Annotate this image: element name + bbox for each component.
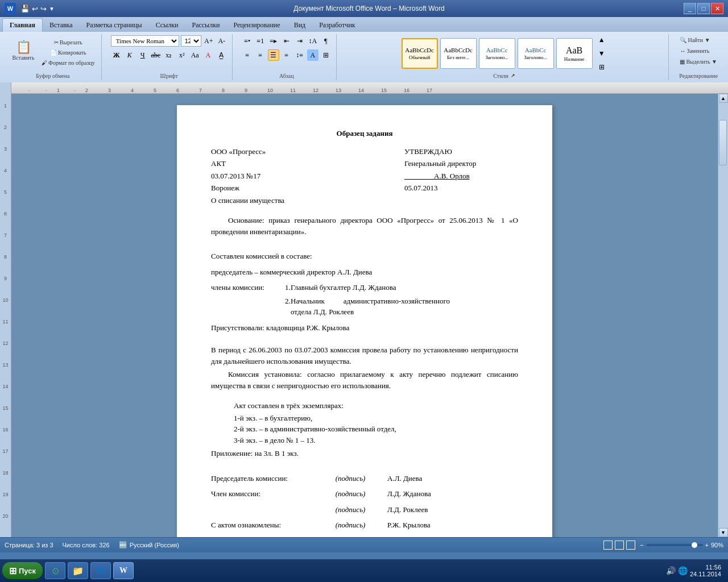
tab-home[interactable]: Главная [2, 18, 43, 32]
quick-undo[interactable]: ↩ [32, 5, 38, 13]
align-justify-button[interactable]: ☰ [268, 49, 279, 61]
tab-insert[interactable]: Вставка [43, 19, 80, 32]
view-layout-button[interactable] [615, 541, 624, 550]
replace-button[interactable]: ↔ Заменить [678, 46, 711, 55]
multilevel-button[interactable]: ≡▸ [268, 35, 279, 47]
page-status: Страница: 3 из 3 [5, 542, 53, 548]
system-tray: 🔊 🌐 11:56 24.11.2014 [666, 564, 726, 577]
status-right: − + 90% [603, 541, 723, 550]
zoom-out-button[interactable]: − [640, 542, 643, 548]
style-normal[interactable]: AaBbCcDc Обычный [402, 38, 438, 69]
bold-button[interactable]: Ж [111, 49, 122, 61]
doc-date2: 05.07.2013 [404, 182, 518, 194]
view-web-button[interactable] [626, 541, 635, 550]
maximize-button[interactable]: □ [697, 3, 710, 14]
quick-redo[interactable]: ↪ [40, 5, 47, 13]
tab-view[interactable]: Вид [287, 19, 313, 32]
tab-page-layout[interactable]: Разметка страницы [80, 19, 149, 32]
style-heading1[interactable]: AaBbCc Заголово... [479, 38, 515, 69]
tab-developer[interactable]: Разработчик [312, 19, 362, 32]
doc-subject: О списании имущества [211, 195, 518, 206]
bullets-button[interactable]: ≡• [242, 35, 253, 47]
zoom-track[interactable] [646, 544, 703, 546]
line-spacing-button[interactable]: ↕≡ [294, 49, 305, 61]
main-area: 12345 678910 1112131415 1617181920 Образ… [0, 94, 728, 537]
italic-button[interactable]: К [124, 49, 135, 61]
quick-dropdown[interactable]: ▼ [49, 6, 55, 12]
numbering-button[interactable]: ≡1 [255, 35, 266, 47]
acquainted-sign: (подпись) [313, 519, 387, 531]
doc-header-row3: 03.07.2013 №17 ________А.В. Орлов [211, 171, 518, 182]
taskbar-chrome[interactable]: ⊙ [45, 562, 65, 579]
subscript-button[interactable]: x₂ [163, 49, 175, 61]
word-count-status: Число слов: 326 [63, 542, 110, 548]
scroll-track[interactable] [718, 103, 728, 528]
tab-review[interactable]: Рецензирование [226, 19, 287, 32]
align-left-button[interactable]: ≡ [242, 49, 253, 61]
increase-indent-button[interactable]: ⇥ [294, 35, 305, 47]
doc-members-row1: члены комиссии: 1. Главный бухгалтер Л.Д… [211, 282, 518, 293]
style-heading2[interactable]: AaBbCc Заголово... [518, 38, 554, 69]
close-button[interactable]: ✕ [711, 3, 723, 14]
start-button[interactable]: ⊞ Пуск [2, 562, 43, 579]
tab-references[interactable]: Ссылки [149, 19, 185, 32]
zoom-thumb[interactable] [692, 542, 697, 548]
paste-button[interactable]: 📋 Вставить [9, 35, 38, 66]
title-bar-left: W 💾 ↩ ↪ ▼ [5, 3, 55, 14]
show-marks-button[interactable]: ¶ [320, 35, 332, 47]
underline-button[interactable]: Ч [137, 49, 148, 61]
decrease-indent-button[interactable]: ⇤ [281, 35, 292, 47]
style-no-spacing[interactable]: AaBbCcDc Без инте... [440, 38, 477, 69]
taskbar-explorer[interactable]: 📁 [68, 562, 88, 579]
chair-sign-sign: (подпись) [313, 473, 387, 484]
sort-button[interactable]: ↕A [307, 35, 318, 47]
doc-attachment: Приложение: на 3л. В 1 экз. [211, 448, 518, 459]
doc-copy2: 2-й экз. – в административно-хозяйственн… [234, 423, 518, 435]
view-normal-button[interactable] [603, 541, 613, 550]
document-page: Образец задания ООО «Прогресс» УТВЕРЖДАЮ… [177, 105, 552, 537]
doc-period: В период с 26.06.2003 по 03.07.2003 коми… [211, 344, 518, 367]
font-color-button[interactable]: A̲ [216, 49, 227, 61]
align-right-button[interactable]: ≡ [281, 49, 292, 61]
styles-label: Стили [493, 72, 508, 79]
font-size-select[interactable]: 12 [181, 35, 201, 47]
font-family-select[interactable]: Times New Roman [111, 35, 179, 47]
quick-save[interactable]: 💾 [20, 5, 30, 13]
taskbar: ⊞ Пуск ⊙ 📁 ✉ W 🔊 🌐 11:56 24.11.2014 [0, 559, 728, 582]
edit-label: Редактирование [679, 72, 718, 79]
format-painter-button[interactable]: 🖌 Формат по образцу [40, 58, 97, 67]
doc-header-row1: ООО «Прогресс» УТВЕРЖДАЮ [211, 146, 518, 157]
styles-dialog[interactable]: ↗ [510, 72, 516, 79]
zoom-in-button[interactable]: + [705, 542, 709, 548]
style-title[interactable]: AаВ Название [556, 38, 593, 69]
cut-button[interactable]: ✂ Вырезать [40, 38, 97, 47]
styles-more[interactable]: ⊞ [597, 63, 606, 72]
taskbar-word[interactable]: W [113, 562, 134, 579]
select-button[interactable]: ▦ Выделить ▼ [678, 57, 719, 66]
strikethrough-button[interactable]: abc [150, 49, 162, 61]
find-button[interactable]: 🔍 Найти ▼ [678, 35, 712, 44]
scroll-thumb[interactable] [719, 120, 727, 165]
styles-scroll-down[interactable]: ▼ [597, 49, 606, 58]
minimize-button[interactable]: _ [684, 3, 696, 14]
members-label: члены комиссии: [211, 282, 274, 293]
align-center-button[interactable]: ≡ [255, 49, 266, 61]
chair-sign-name: А.Л. Диева [387, 473, 422, 484]
document-viewport[interactable]: Образец задания ООО «Прогресс» УТВЕРЖДАЮ… [11, 94, 718, 537]
scroll-up-button[interactable]: ▲ [719, 94, 728, 103]
doc-date1: 03.07.2013 №17 [211, 171, 260, 182]
grow-font-button[interactable]: A+ [203, 35, 214, 47]
tab-mailings[interactable]: Рассылки [185, 19, 226, 32]
doc-copy1: 1-й экз. – в бухгалтерию, [234, 413, 518, 424]
doc-basis: Основание: приказ генерального директора… [211, 215, 518, 237]
styles-scroll-up[interactable]: ▲ [597, 35, 606, 44]
highlight-button[interactable]: А [202, 49, 214, 61]
scroll-down-button[interactable]: ▼ [719, 528, 728, 537]
shrink-font-button[interactable]: A- [216, 35, 228, 47]
case-button[interactable]: Аа [189, 49, 201, 61]
borders-button[interactable]: ⊞ [320, 49, 332, 61]
taskbar-outlook[interactable]: ✉ [90, 562, 111, 579]
superscript-button[interactable]: x² [176, 49, 188, 61]
copy-button[interactable]: 📄 Копировать [40, 48, 97, 57]
shading-button[interactable]: A [307, 49, 318, 61]
